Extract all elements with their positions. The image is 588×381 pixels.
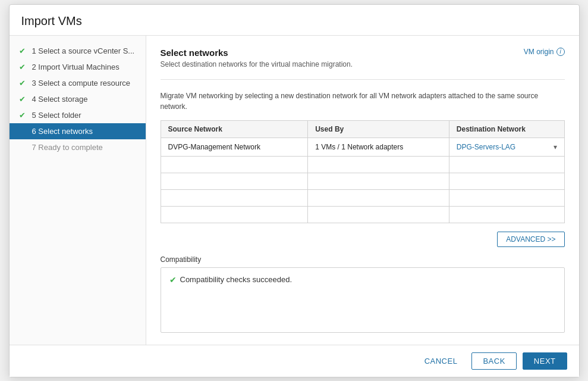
migrate-description: Migrate VM networking by selecting a new… <box>161 90 565 112</box>
section-divider <box>161 79 565 80</box>
dialog-body: ✔ 1 Select a source vCenter S... ✔ 2 Imp… <box>10 36 579 345</box>
compat-success: ✔ Compatibility checks succeeded. <box>169 275 556 285</box>
table-empty-row-3 <box>161 189 564 206</box>
sidebar-label-step6: 6 Select networks <box>32 127 93 136</box>
check-icon-step2: ✔ <box>19 63 29 71</box>
network-table: Source Network Used By Destination Netwo… <box>161 120 565 223</box>
advanced-button[interactable]: ADVANCED >> <box>497 232 564 247</box>
section-title: Select networks <box>161 48 353 58</box>
section-subtitle: Select destination networks for the virt… <box>161 60 353 68</box>
compatibility-section: Compatibility ✔ Compatibility checks suc… <box>161 255 565 333</box>
destination-network-cell[interactable]: DPG-Servers-LAG ▾ <box>449 138 564 156</box>
advanced-btn-row: ADVANCED >> <box>161 232 565 247</box>
dest-network-value: DPG-Servers-LAG <box>457 143 515 151</box>
table-row: DVPG-Management Network 1 VMs / 1 Networ… <box>161 138 564 156</box>
info-icon: i <box>556 48 565 56</box>
vm-origin-link[interactable]: VM origin i <box>524 48 565 56</box>
sidebar: ✔ 1 Select a source vCenter S... ✔ 2 Imp… <box>10 36 146 345</box>
table-empty-row-2 <box>161 173 564 189</box>
sidebar-label-step1: 1 Select a source vCenter S... <box>32 46 135 55</box>
sidebar-label-step7: 7 Ready to complete <box>32 143 103 152</box>
import-vms-dialog: Import VMs ✔ 1 Select a source vCenter S… <box>9 4 580 377</box>
sidebar-item-step3: ✔ 3 Select a compute resource <box>10 75 146 91</box>
sidebar-item-step5: ✔ 5 Select folder <box>10 107 146 123</box>
sidebar-item-step7: 7 Ready to complete <box>10 139 146 155</box>
compatibility-label: Compatibility <box>161 255 565 264</box>
dropdown-arrow-icon: ▾ <box>554 143 557 151</box>
col-used-by: Used By <box>308 120 449 138</box>
sidebar-item-step6[interactable]: 6 Select networks <box>10 123 146 139</box>
sidebar-item-step2: ✔ 2 Import Virtual Machines <box>10 59 146 75</box>
compat-success-message: Compatibility checks succeeded. <box>180 275 293 284</box>
check-icon-step1: ✔ <box>19 46 29 55</box>
back-button[interactable]: BACK <box>471 352 516 370</box>
compat-check-icon: ✔ <box>169 275 177 285</box>
sidebar-item-step1: ✔ 1 Select a source vCenter S... <box>10 43 146 59</box>
dialog-footer: CANCEL BACK NEXT <box>10 345 579 377</box>
sidebar-label-step4: 4 Select storage <box>32 95 88 104</box>
col-destination-network: Destination Network <box>449 120 564 138</box>
table-empty-row-1 <box>161 156 564 173</box>
source-network-cell: DVPG-Management Network <box>161 138 308 156</box>
used-by-cell: 1 VMs / 1 Network adapters <box>308 138 449 156</box>
sidebar-label-step2: 2 Import Virtual Machines <box>32 63 120 71</box>
vm-origin-label: VM origin <box>524 48 554 56</box>
sidebar-label-step5: 5 Select folder <box>32 111 81 120</box>
dialog-header: Import VMs <box>10 5 579 36</box>
section-title-block: Select networks Select destination netwo… <box>161 48 353 68</box>
dialog-title: Import VMs <box>21 14 567 28</box>
sidebar-label-step3: 3 Select a compute resource <box>32 79 130 88</box>
check-icon-step4: ✔ <box>19 95 29 104</box>
main-content: Select networks Select destination netwo… <box>146 36 579 345</box>
sidebar-item-step4: ✔ 4 Select storage <box>10 91 146 107</box>
check-icon-step5: ✔ <box>19 111 29 120</box>
table-empty-row-4 <box>161 206 564 223</box>
next-button[interactable]: NEXT <box>523 352 567 370</box>
check-icon-step3: ✔ <box>19 79 29 88</box>
col-source-network: Source Network <box>161 120 308 138</box>
cancel-button[interactable]: CANCEL <box>416 352 466 370</box>
compatibility-box: ✔ Compatibility checks succeeded. <box>161 267 565 333</box>
section-header: Select networks Select destination netwo… <box>161 48 565 68</box>
